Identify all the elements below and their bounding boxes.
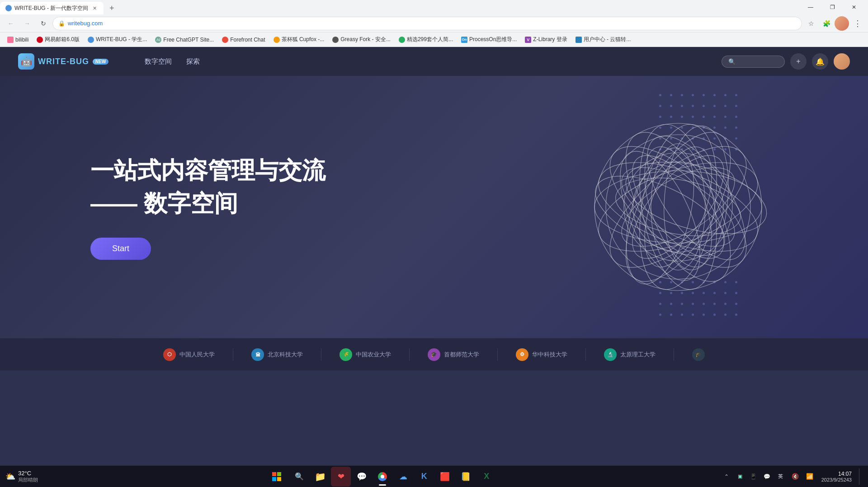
website-content: 🤖 WRITE-BUG NEW 数字空间 探索 🔍 + 🔔 (0, 47, 868, 487)
profile-avatar[interactable] (835, 16, 849, 31)
tray-wechat[interactable]: 💬 (761, 470, 774, 483)
svg-rect-30 (277, 477, 281, 481)
uni-hust-name: 华中科技大学 (532, 351, 567, 359)
bookmark-processon[interactable]: On ProcessOn思维导... (458, 34, 520, 45)
red-square-icon: 🟥 (440, 472, 450, 482)
start-button[interactable]: Start (90, 238, 151, 260)
uni-beijing-tech[interactable]: 🏛 北京科技大学 (233, 348, 321, 361)
extension-puzzle-icon[interactable]: 🧩 (819, 16, 834, 31)
more-options-button[interactable]: ⋮ (850, 16, 864, 31)
svg-point-17 (610, 152, 746, 262)
weather-desc: 局部晴朗 (18, 477, 38, 483)
uni-ag-china[interactable]: 🌾 中国农业大学 (321, 348, 410, 361)
taskbar-app-red-square[interactable]: 🟥 (435, 467, 455, 487)
bookmark-chatgpt-label: Free ChatGPT Site... (163, 37, 214, 43)
active-tab[interactable]: WRITE-BUG - 新一代数字空间 ✕ (0, 2, 104, 14)
svg-point-18 (618, 149, 774, 247)
svg-point-10 (611, 169, 745, 245)
uni-capitalnormal-logo: 🎓 (428, 348, 440, 361)
tab-strip: WRITE-BUG - 新一代数字空间 ✕ + (0, 0, 797, 14)
tray-mute[interactable]: 🔇 (789, 470, 802, 483)
url-bar[interactable]: 🔒 writebug.com (52, 17, 802, 30)
logo-area[interactable]: 🤖 WRITE-BUG NEW (18, 53, 108, 70)
show-desktop-button[interactable] (859, 468, 863, 485)
tab-close-button[interactable]: ✕ (91, 5, 98, 12)
sphere-svg (579, 108, 778, 306)
uni-renmin[interactable]: ⬡ 中国人民大学 (145, 348, 233, 361)
tray-chevron[interactable]: ⌃ (720, 470, 733, 483)
taskbar-app-cloud[interactable]: ☁ (393, 467, 413, 487)
window-controls: — ❐ ✕ (797, 0, 868, 14)
taskbar-app-chrome[interactable] (373, 467, 392, 487)
address-bar: ← → ↻ 🔒 writebug.com ☆ 🧩 ⋮ (0, 14, 868, 33)
close-button[interactable]: ✕ (844, 0, 864, 14)
uni-more[interactable]: 🎓 (674, 348, 723, 361)
taskbar-app-red[interactable]: ❤ (331, 467, 351, 487)
weather-info: 32°C 局部晴朗 (18, 470, 38, 483)
uni-hust[interactable]: ⚙ 华中科技大学 (498, 348, 586, 361)
site-header: 🤖 WRITE-BUG NEW 数字空间 探索 🔍 + 🔔 (0, 47, 868, 76)
back-button[interactable]: ← (4, 16, 18, 31)
header-right: 🔍 + 🔔 (722, 53, 850, 70)
tab-favicon (5, 5, 12, 11)
header-search-box[interactable]: 🔍 (722, 56, 785, 68)
bookmark-cupfox[interactable]: 茶杯狐 Cupfox -... (270, 34, 328, 45)
bookmark-usercenter[interactable]: 用户中心 - 云猫转... (572, 34, 635, 45)
taskbar-search-button[interactable]: 🔍 (289, 467, 309, 487)
taskbar-app-excel[interactable]: X (476, 467, 496, 487)
clock-date: 2023/9/25243 (821, 477, 852, 482)
uni-renmin-name: 中国人民大学 (179, 351, 215, 359)
weather-temp: 32°C (18, 470, 38, 477)
weather-icon: ⛅ (5, 472, 15, 482)
notes-icon: 📒 (461, 472, 471, 482)
new-tab-button[interactable]: + (105, 2, 118, 14)
taskbar-clock[interactable]: 14:07 2023/9/25243 (818, 471, 855, 482)
forward-button[interactable]: → (20, 16, 34, 31)
bilibili-favicon (7, 37, 14, 43)
bookmark-resume-label: 精选299套个人简... (407, 36, 453, 43)
bookmark-netease-label: 网易邮箱6.0版 (45, 36, 80, 43)
bookmark-processon-label: ProcessOn思维导... (469, 36, 517, 43)
minimize-button[interactable]: — (800, 0, 821, 14)
tray-lang[interactable]: 英 (774, 470, 787, 483)
bookmark-resume[interactable]: 精选299套个人简... (395, 34, 457, 45)
reload-button[interactable]: ↻ (36, 16, 51, 31)
university-items: ⬡ 中国人民大学 🏛 北京科技大学 🌾 中国农业大学 🎓 首都师范大学 ⚙ 华中… (145, 348, 723, 361)
nav-explore[interactable]: 探索 (186, 56, 200, 68)
url-text: writebug.com (68, 20, 796, 27)
netease-favicon (37, 37, 43, 43)
taskbar-app-blue-k[interactable]: K (414, 467, 434, 487)
bookmark-bilibili[interactable]: bilibili (4, 35, 32, 44)
bookmark-chatgpt[interactable]: AI Free ChatGPT Site... (151, 35, 217, 44)
start-menu-button[interactable] (267, 467, 287, 487)
bookmark-star-icon[interactable]: ☆ (804, 16, 818, 31)
bookmark-zlibrary[interactable]: V Z-Library 登录 (521, 34, 571, 45)
uni-beitech-logo: 🏛 (251, 348, 264, 361)
tray-app2[interactable]: 📱 (747, 470, 760, 483)
tray-network[interactable]: 📶 (803, 470, 816, 483)
notification-button[interactable]: 🔔 (812, 53, 828, 70)
bookmark-netease[interactable]: 网易邮箱6.0版 (33, 34, 83, 45)
explorer-icon: 📁 (315, 471, 326, 482)
maximize-button[interactable]: ❐ (822, 0, 843, 14)
header-search-icon: 🔍 (728, 58, 736, 65)
windows-logo-icon (272, 472, 281, 481)
bookmark-forefront-label: Forefront Chat (230, 37, 265, 43)
bookmark-greasyfork[interactable]: Greasy Fork - 安全... (329, 34, 394, 45)
system-tray: ⌃ ▣ 📱 💬 英 (720, 470, 787, 483)
taskbar-app-wechat[interactable]: 💬 (352, 467, 372, 487)
user-avatar[interactable] (834, 53, 850, 70)
taskbar-explorer-button[interactable]: 📁 (310, 467, 330, 487)
weather-widget[interactable]: ⛅ 32°C 局部晴朗 (0, 470, 43, 483)
uni-capital-normal[interactable]: 🎓 首都师范大学 (410, 348, 498, 361)
clock-time: 14:07 (838, 471, 852, 477)
taskbar-app-notes[interactable]: 📒 (456, 467, 476, 487)
bookmark-writebug[interactable]: WRITE-BUG - 学生... (84, 34, 151, 45)
add-button[interactable]: + (790, 53, 807, 70)
tray-app1[interactable]: ▣ (734, 470, 746, 483)
hero-title-line2: —— 数字空间 (90, 187, 326, 220)
forefront-favicon (222, 37, 228, 43)
nav-digital-space[interactable]: 数字空间 (145, 56, 172, 68)
bookmark-forefront[interactable]: Forefront Chat (218, 35, 269, 44)
uni-taiyuan[interactable]: 🔬 太原理工大学 (586, 348, 674, 361)
